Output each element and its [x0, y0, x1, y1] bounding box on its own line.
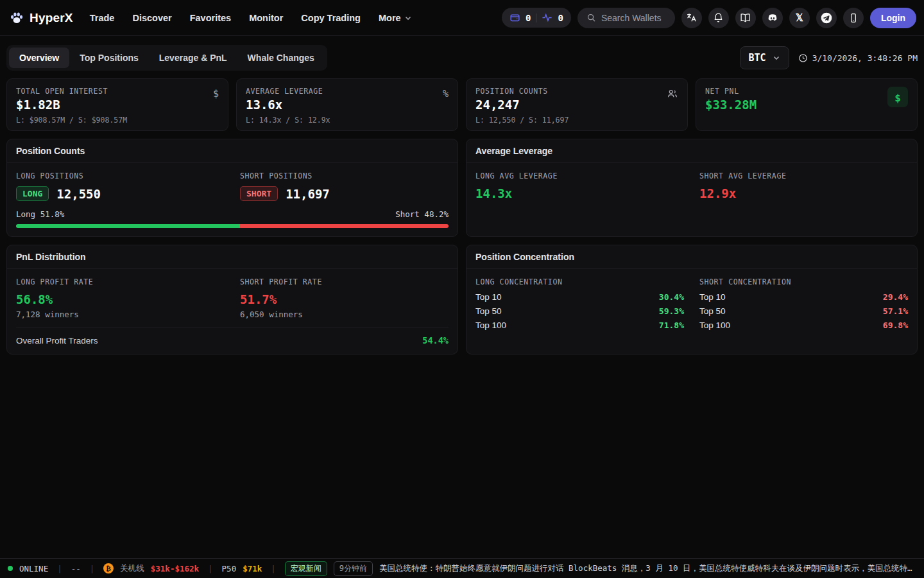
macro-news-badge[interactable]: 宏观新闻: [285, 561, 327, 576]
concentration-row: Top 10 30.4%: [475, 292, 684, 302]
mobile-app-button[interactable]: [843, 8, 864, 28]
short-positions-label: SHORT POSITIONS: [240, 171, 449, 180]
x-twitter-icon: 𝕏: [796, 12, 803, 24]
short-profit-rate-label: SHORT PROFIT RATE: [240, 277, 449, 286]
row-value: 59.3%: [659, 306, 684, 316]
row-label: Top 10: [475, 292, 502, 302]
online-status-icon: [8, 566, 13, 571]
users-icon: [667, 87, 678, 123]
toolbar: Overview Top Positions Leverage & PnL Wh…: [0, 36, 924, 77]
wallet-count: 0: [526, 13, 531, 23]
top-nav: HyperX Trade Discover Favorites Monitor …: [0, 0, 924, 36]
stat-sub: L: 14.3x / S: 12.9x: [246, 116, 330, 125]
tab-leverage-pnl[interactable]: Leverage & PnL: [149, 48, 237, 68]
coin-selector[interactable]: BTC: [740, 46, 789, 69]
long-short-ratio-bar: [16, 224, 449, 228]
stat-label: POSITION COUNTS: [475, 87, 569, 96]
nav-item-copy-trading[interactable]: Copy Trading: [301, 13, 361, 23]
search-wallets-input[interactable]: Search Wallets: [578, 8, 675, 28]
clock-icon: [798, 53, 808, 63]
stat-value: $33.28M: [705, 98, 757, 112]
news-ticker[interactable]: 美国总统特使：特朗普始终愿意就伊朗问题进行对话 BlockBeats 消息，3 …: [379, 563, 916, 574]
brand[interactable]: HyperX: [9, 10, 73, 26]
nav-item-monitor[interactable]: Monitor: [249, 13, 283, 23]
tab-overview[interactable]: Overview: [9, 48, 69, 68]
stat-card-average-leverage: AVERAGE LEVERAGE 13.6x L: 14.3x / S: 12.…: [236, 78, 458, 131]
nav-item-trade[interactable]: Trade: [90, 13, 115, 23]
panel-title: Average Leverage: [466, 139, 917, 163]
counters-pill[interactable]: 0 0: [502, 8, 571, 28]
search-placeholder: Search Wallets: [601, 13, 662, 23]
timestamp: 3/10/2026, 3:48:26 PM: [798, 53, 918, 63]
short-pct-label: Short 48.2%: [395, 209, 449, 219]
stat-card-position-counts: POSITION COUNTS 24,247 L: 12,550 / S: 11…: [466, 78, 688, 131]
percent-icon: %: [443, 87, 449, 123]
tab-group: Overview Top Positions Leverage & PnL Wh…: [6, 45, 327, 71]
news-time-badge: 9分钟前: [334, 561, 373, 576]
x-twitter-button[interactable]: 𝕏: [789, 8, 810, 28]
main-content: TOTAL OPEN INTEREST $1.82B L: $908.57M /…: [0, 77, 924, 355]
dollar-icon: $: [213, 87, 219, 123]
login-button[interactable]: Login: [870, 8, 916, 28]
row-value: 30.4%: [659, 292, 684, 302]
activity-icon: [542, 12, 552, 23]
long-avg-leverage-label: LONG AVG LEVERAGE: [475, 171, 684, 180]
long-concentration-label: LONG CONCENTRATION: [475, 277, 684, 286]
row-label: Top 100: [475, 320, 506, 330]
nav-item-favorites[interactable]: Favorites: [190, 13, 231, 23]
concentration-row: Top 10 29.4%: [699, 292, 908, 302]
stat-label: NET PNL: [705, 87, 757, 96]
row-label: Top 100: [699, 320, 730, 330]
short-positions-value: 11,697: [286, 187, 330, 201]
position-counts-panel: Position Counts LONG POSITIONS LONG 12,5…: [6, 139, 458, 237]
pnl-distribution-panel: PnL Distribution LONG PROFIT RATE 56.8% …: [6, 245, 458, 355]
discord-button[interactable]: [762, 8, 783, 28]
stat-value: 24,247: [475, 98, 569, 112]
row-label: Top 50: [475, 306, 502, 316]
tab-top-positions[interactable]: Top Positions: [69, 48, 149, 68]
shutdown-line-label: 关机线: [120, 563, 144, 574]
main-nav: Trade Discover Favorites Monitor Copy Tr…: [90, 13, 412, 23]
overall-profit-traders-value: 54.4%: [422, 335, 449, 346]
mobile-phone-icon: [848, 13, 859, 23]
long-bar-segment: [16, 224, 240, 228]
wallet-icon: [509, 12, 520, 23]
bell-icon: [713, 12, 724, 23]
overall-profit-traders-label: Overall Profit Traders: [16, 336, 98, 346]
search-icon: [586, 13, 596, 22]
nav-item-more[interactable]: More: [379, 13, 412, 23]
online-status-text: ONLINE: [19, 564, 48, 574]
stat-value: 13.6x: [246, 98, 330, 112]
row-value: 71.8%: [659, 320, 684, 330]
row-value: 29.4%: [883, 292, 908, 302]
pill-divider: [536, 13, 536, 22]
concentration-row: Top 50 57.1%: [699, 306, 908, 316]
short-concentration-label: SHORT CONCENTRATION: [699, 277, 908, 286]
book-icon: [740, 12, 751, 23]
p50-value: $71k: [243, 564, 262, 574]
stat-label: TOTAL OPEN INTEREST: [16, 87, 127, 96]
telegram-button[interactable]: [816, 8, 837, 28]
panel-title: Position Counts: [7, 139, 458, 163]
separator: |: [55, 564, 65, 574]
separator: |: [268, 564, 278, 574]
timestamp-text: 3/10/2026, 3:48:26 PM: [812, 53, 918, 63]
notifications-button[interactable]: [708, 8, 729, 28]
position-concentration-panel: Position Concentration LONG CONCENTRATIO…: [466, 245, 918, 355]
short-bar-segment: [240, 224, 449, 228]
tab-whale-changes[interactable]: Whale Changes: [237, 48, 325, 68]
nav-item-discover[interactable]: Discover: [132, 13, 171, 23]
chevron-down-icon: [773, 54, 780, 62]
chevron-down-icon: [404, 14, 412, 22]
concentration-row: Top 50 59.3%: [475, 306, 684, 316]
docs-button[interactable]: [735, 8, 756, 28]
discord-icon: [767, 12, 778, 24]
paw-logo-icon: [9, 10, 24, 26]
concentration-row: Top 100 71.8%: [475, 320, 684, 330]
p50-label: P50: [222, 564, 237, 574]
short-profit-rate-value: 51.7%: [240, 292, 449, 306]
long-winners: 7,128 winners: [16, 310, 225, 319]
stat-card-net-pnl: NET PNL $33.28M $: [696, 78, 918, 131]
language-button[interactable]: [681, 8, 702, 28]
long-profit-rate-value: 56.8%: [16, 292, 225, 306]
